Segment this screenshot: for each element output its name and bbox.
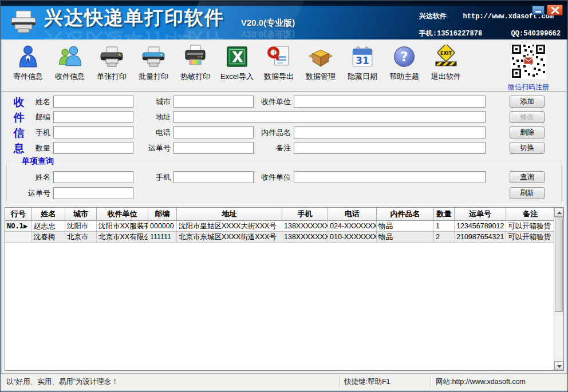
toolbar-label: 批量打印 bbox=[134, 72, 173, 82]
label-item: 内件品名 bbox=[254, 126, 291, 138]
toolbar-item-sender-info[interactable]: 寄件信息 bbox=[9, 43, 48, 82]
toolbar-label: 单张打印 bbox=[92, 72, 131, 82]
toolbar-item-recipient-info[interactable]: 收件信息 bbox=[50, 43, 89, 82]
table-cell: 北京市XX有限公司 bbox=[97, 232, 148, 243]
table-header-row: 行号姓名城市收件单位邮编地址手机电话内件品名数量运单号备注 bbox=[5, 208, 563, 221]
table-header-cell[interactable]: 行号 bbox=[5, 208, 32, 221]
toolbar-label: 数据导出 bbox=[259, 72, 298, 82]
recipient-note-input[interactable] bbox=[294, 142, 486, 154]
app-title: 兴达快递单打印软件 bbox=[44, 5, 224, 31]
toolbar-item-data-export[interactable]: 数据导出 bbox=[259, 43, 298, 82]
records-grid: 行号姓名城市收件单位邮编地址手机电话内件品名数量运单号备注 NO.1▶赵志忠沈阳… bbox=[5, 207, 564, 371]
toolbar-item-single-print[interactable]: 单张打印 bbox=[92, 43, 131, 82]
close-icon bbox=[551, 7, 559, 14]
table-header-cell[interactable]: 运单号 bbox=[455, 208, 506, 221]
table-header-cell[interactable]: 备注 bbox=[506, 208, 555, 221]
table-header-cell[interactable]: 手机 bbox=[282, 208, 328, 221]
modify-button[interactable]: 修改 bbox=[510, 111, 545, 123]
printer-dark-icon bbox=[92, 43, 131, 70]
table-header-cell[interactable]: 电话 bbox=[328, 208, 377, 221]
table-cell: 物品 bbox=[377, 221, 434, 232]
refresh-button[interactable]: 刷新 bbox=[510, 187, 545, 199]
toolbar-label: 热敏打印 bbox=[176, 72, 215, 82]
vendor-contact-info: 兴达软件 http://www.xdasoft.com 手机:135162278… bbox=[419, 13, 561, 39]
delete-button[interactable]: 删除 bbox=[510, 126, 545, 138]
recipient-name-input[interactable] bbox=[53, 96, 133, 108]
toolbar-label: 隐藏日期 bbox=[343, 72, 382, 82]
status-bar: 以“好用、实用、易用”为设计理念！ 快捷键:帮助F1 网站:http://www… bbox=[1, 373, 567, 390]
table-cell: 赵志忠 bbox=[32, 221, 65, 232]
toolbar-label: 数据管理 bbox=[301, 72, 340, 82]
recipient-item-input[interactable] bbox=[294, 126, 486, 138]
scroll-thumb[interactable] bbox=[555, 217, 563, 312]
table-header-cell[interactable]: 姓名 bbox=[32, 208, 65, 221]
table-cell: 111111 bbox=[148, 232, 177, 243]
section-label-char: 件 bbox=[13, 110, 25, 125]
label-city: 城市 bbox=[139, 96, 171, 108]
label-mobile: 手机 bbox=[25, 126, 50, 138]
table-cell: 2 bbox=[434, 232, 455, 243]
toolbar-item-batch-print[interactable]: 批量打印 bbox=[134, 43, 173, 82]
table-row[interactable]: 沈春梅北京市北京市XX有限公司111111北京市东城区XXXX街道XXX号138… bbox=[5, 232, 563, 243]
table-header-cell[interactable]: 地址 bbox=[177, 208, 282, 221]
toolbar-item-exit[interactable]: EXIT 退出软件 bbox=[427, 43, 466, 82]
label-note: 备注 bbox=[254, 142, 291, 154]
table-header-cell[interactable]: 收件单位 bbox=[97, 208, 148, 221]
toolbar-label: 收件信息 bbox=[50, 72, 89, 82]
recipient-zip-input[interactable] bbox=[53, 111, 133, 123]
add-button[interactable]: 添加 bbox=[510, 96, 545, 108]
table-cell: 沈阳市 bbox=[65, 221, 97, 232]
table-body: NO.1▶赵志忠沈阳市沈阳市XX服装有限公司000000沈阳市皇姑区XXXX大街… bbox=[5, 221, 563, 243]
scroll-down-button[interactable] bbox=[554, 361, 563, 370]
minimize-button[interactable] bbox=[532, 6, 545, 15]
recipient-company-input[interactable] bbox=[294, 96, 486, 108]
query-name-input[interactable] bbox=[53, 171, 133, 183]
status-divider bbox=[431, 376, 431, 387]
close-button[interactable] bbox=[547, 5, 563, 15]
table-header-cell[interactable]: 城市 bbox=[65, 208, 97, 221]
table-cell: 010-XXXXXXXX bbox=[328, 232, 377, 243]
app-version: V20.0(专业版) bbox=[241, 18, 295, 29]
toolbar-item-hide-date[interactable]: 31 隐藏日期 bbox=[343, 43, 382, 82]
table-header-cell[interactable]: 数量 bbox=[434, 208, 455, 221]
query-company-input[interactable] bbox=[294, 171, 486, 183]
table-cell: 沈阳市皇姑区XXXX大街XXX号 bbox=[177, 221, 282, 232]
minimize-icon bbox=[535, 11, 541, 13]
recipient-phone-input[interactable] bbox=[173, 126, 254, 138]
recipient-address-input[interactable] bbox=[173, 111, 486, 123]
toolbar-label: 帮助主题 bbox=[385, 72, 424, 82]
toolbar-item-data-manage[interactable]: 数据管理 bbox=[301, 43, 340, 82]
title-bar: 兴达快递单打印软件 兴达快递单打印软件 V20.0(专业版) V20.0(专业版… bbox=[1, 1, 567, 39]
toolbar-item-excel-import[interactable]: Excel导入 bbox=[218, 43, 257, 82]
label-zip: 邮编 bbox=[25, 111, 50, 123]
app-window: 兴达快递单打印软件 兴达快递单打印软件 V20.0(专业版) V20.0(专业版… bbox=[0, 0, 568, 392]
svg-text:?: ? bbox=[400, 49, 408, 64]
main-panel: 收 件 信 息 姓名 城市 收件单位 添加 邮编 地址 修改 手机 电话 内件品… bbox=[2, 92, 566, 373]
wechat-register-qr[interactable]: 微信扫码注册 bbox=[508, 43, 549, 92]
switch-button[interactable]: 切换 bbox=[510, 142, 545, 154]
recipient-waybill-input[interactable] bbox=[173, 142, 254, 154]
grid-vertical-scrollbar[interactable] bbox=[554, 208, 563, 370]
recipient-qty-input[interactable] bbox=[53, 142, 133, 154]
table-header-cell[interactable]: 内件品名 bbox=[377, 208, 434, 221]
recipients-people-icon bbox=[50, 43, 89, 70]
query-waybill-input[interactable] bbox=[53, 187, 133, 199]
query-mobile-input[interactable] bbox=[173, 171, 254, 183]
status-divider bbox=[339, 376, 340, 387]
toolbar-item-thermal-print[interactable]: 热敏打印 bbox=[176, 43, 215, 82]
table-row[interactable]: NO.1▶赵志忠沈阳市沈阳市XX服装有限公司000000沈阳市皇姑区XXXX大街… bbox=[5, 221, 563, 232]
scroll-down-icon bbox=[557, 365, 562, 368]
scroll-up-button[interactable] bbox=[554, 208, 563, 217]
table-cell: 138XXXXXXXX bbox=[282, 221, 328, 232]
search-button[interactable]: 查询 bbox=[510, 171, 545, 183]
recipient-mobile-input[interactable] bbox=[53, 126, 133, 138]
label-name: 姓名 bbox=[25, 96, 50, 108]
table-cell: 138XXXXXXXX bbox=[282, 232, 328, 243]
toolbar-item-help[interactable]: ? 帮助主题 bbox=[385, 43, 424, 82]
table-cell: 024-XXXXXXXX bbox=[328, 221, 377, 232]
table-cell: 123456789012 bbox=[455, 221, 506, 232]
table-cell: 沈阳市XX服装有限公司 bbox=[97, 221, 148, 232]
recipient-city-input[interactable] bbox=[173, 96, 254, 108]
table-header-cell[interactable]: 邮编 bbox=[148, 208, 177, 221]
package-box-icon bbox=[301, 43, 340, 70]
